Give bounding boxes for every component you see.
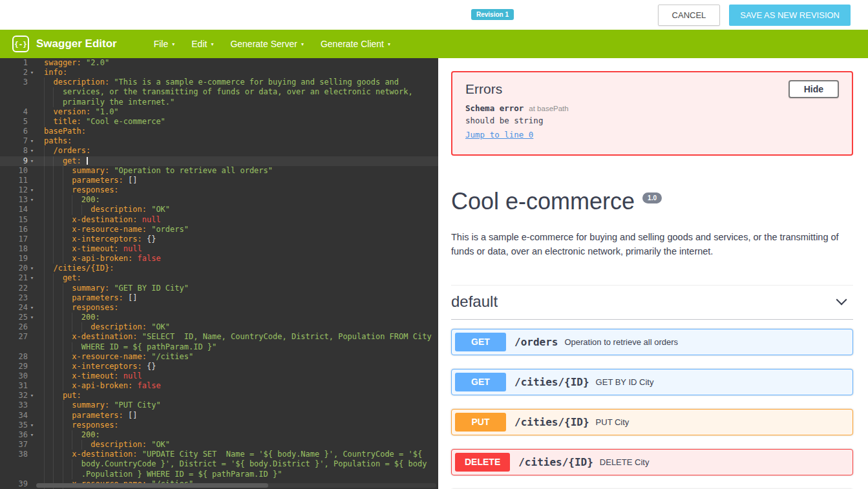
jump-to-line-link[interactable]: Jump to line 0 [465, 130, 533, 140]
save-as-new-revision-button[interactable]: SAVE AS NEW REVISION [729, 5, 851, 26]
editor-line[interactable]: 33summary: "PUT City" [0, 401, 438, 410]
editor-line[interactable]: 13▾200: [0, 195, 438, 205]
editor-line[interactable]: WHERE ID = ${ pathParam.ID }" [0, 342, 438, 352]
code-line: get: [36, 156, 438, 166]
editor-line[interactable]: 28x-resource-name: "/cities" [0, 352, 438, 362]
editor-line[interactable]: primarily the internet." [0, 98, 438, 107]
line-number: 5 [23, 117, 28, 127]
indent-guide [44, 391, 63, 401]
app-header: {-} Swagger Editor File▾Edit▾Generate Se… [0, 30, 868, 58]
editor-line[interactable]: 32▾put: [0, 391, 438, 401]
editor-line[interactable]: 9▾get: [0, 156, 438, 166]
line-number: 32 [19, 391, 28, 401]
editor-line[interactable]: 27x-destination: "SELECT ID, Name, Count… [0, 332, 438, 342]
api-docs-panel[interactable]: Errors Hide Schema errorat basePathshoul… [438, 58, 868, 489]
editor-line[interactable]: 25▾200: [0, 313, 438, 322]
editor-line[interactable]: 23parameters: [] [0, 293, 438, 303]
editor-line[interactable]: 37description: "OK" [0, 440, 438, 450]
editor-line[interactable]: 8▾/orders: [0, 146, 438, 156]
editor-line[interactable]: 1swagger: "2.0" [0, 58, 438, 68]
editor-line[interactable]: .Population } WHERE ID = ${ pathParam.ID… [0, 470, 438, 479]
fold-icon[interactable]: ▾ [28, 273, 36, 283]
fold-icon[interactable]: ▾ [28, 185, 36, 195]
editor-line[interactable]: 16x-resource-name: "orders" [0, 225, 438, 234]
menu-generate-server[interactable]: Generate Server▾ [230, 39, 304, 49]
editor-line[interactable]: 36▾200: [0, 430, 438, 440]
editor-line[interactable]: 11parameters: [] [0, 176, 438, 185]
editor-line[interactable]: 20▾/cities/{ID}: [0, 264, 438, 273]
editor-line[interactable]: 17x-interceptors: {} [0, 234, 438, 244]
editor-line[interactable]: body.CountryCode }', District = '${ body… [0, 459, 438, 469]
menu-edit[interactable]: Edit▾ [191, 39, 213, 49]
fold-icon[interactable]: ▾ [28, 264, 36, 273]
fold-icon[interactable]: ▾ [28, 421, 36, 430]
editor-line[interactable]: 12▾responses: [0, 185, 438, 195]
editor-line[interactable]: 26description: "OK" [0, 322, 438, 332]
code-line: WHERE ID = ${ pathParam.ID }" [36, 342, 438, 352]
code-token: "orders" [151, 225, 189, 234]
editor-line[interactable]: 5title: "Cool e-commerce" [0, 117, 438, 127]
editor-line[interactable]: 18x-timeout: null [0, 244, 438, 254]
code-token: version: [53, 107, 95, 116]
line-number: 3 [23, 78, 28, 87]
indent-guide [44, 117, 53, 127]
editor-line[interactable]: 10summary: "Operation to retrieve all or… [0, 166, 438, 176]
hide-errors-button[interactable]: Hide [789, 80, 839, 98]
fold-icon[interactable]: ▾ [28, 146, 36, 156]
editor-line[interactable]: 6basePath: [0, 127, 438, 136]
editor-line[interactable]: 24▾responses: [0, 303, 438, 313]
editor-line[interactable]: 15x-destination: null [0, 215, 438, 225]
op-path: /cities/{ID} [514, 416, 589, 428]
indent-guide [44, 411, 72, 421]
code-line: x-resource-name: "/cities" [36, 352, 438, 362]
editor-line[interactable]: 21▾get: [0, 273, 438, 283]
fold-icon[interactable]: ▾ [28, 195, 36, 205]
opblock-delete-cities-id[interactable]: DELETE/cities/{ID}DELETE City [451, 449, 853, 475]
opblock-get-cities-id[interactable]: GET/cities/{ID}GET BY ID City [451, 369, 853, 395]
editor-line[interactable]: 35▾responses: [0, 421, 438, 430]
chevron-down-icon[interactable] [836, 294, 847, 305]
editor-line[interactable]: 3description: "This is a sample e-commer… [0, 78, 438, 87]
menu-label: Generate Client [321, 39, 384, 49]
editor-line[interactable]: 22summary: "GET BY ID City" [0, 284, 438, 293]
scrollbar-thumb[interactable] [36, 483, 268, 488]
menu-generate-client[interactable]: Generate Client▾ [321, 39, 390, 49]
gutter-cell: 17 [0, 234, 36, 244]
line-number: 24 [19, 303, 28, 313]
topbar: Revision 1 CANCEL SAVE AS NEW REVISION [0, 0, 868, 30]
code-line: services, or the transmitting of funds o… [36, 87, 438, 97]
fold-icon[interactable]: ▾ [28, 303, 36, 313]
indent-guide [44, 195, 81, 205]
editor-line[interactable]: 29x-interceptors: {} [0, 362, 438, 371]
cancel-button[interactable]: CANCEL [658, 5, 721, 26]
gutter-cell: 24▾ [0, 303, 36, 313]
fold-icon[interactable]: ▾ [28, 68, 36, 78]
editor-line[interactable]: 14description: "OK" [0, 205, 438, 214]
editor-line[interactable]: 34parameters: [] [0, 411, 438, 421]
code-editor[interactable]: 1swagger: "2.0"2▾info:3description: "Thi… [0, 58, 438, 489]
opblock-get-orders[interactable]: GET/ordersOperation to retrieve all orde… [451, 329, 853, 355]
indent-guide [44, 205, 90, 214]
editor-horizontal-scrollbar[interactable] [36, 483, 436, 488]
editor-line[interactable]: 2▾info: [0, 68, 438, 78]
editor-line[interactable]: 19x-api-broken: false [0, 254, 438, 264]
fold-icon[interactable]: ▾ [28, 391, 36, 401]
editor-line[interactable]: 31x-api-broken: false [0, 381, 438, 391]
menu-file[interactable]: File▾ [154, 39, 175, 49]
fold-icon[interactable]: ▾ [28, 313, 36, 322]
code-line: description: "OK" [36, 322, 438, 332]
fold-icon[interactable]: ▾ [28, 136, 36, 146]
editor-line[interactable]: services, or the transmitting of funds o… [0, 87, 438, 97]
editor-line[interactable]: 30x-timeout: null [0, 371, 438, 381]
fold-icon[interactable]: ▾ [28, 430, 36, 440]
editor-line[interactable]: 38x-destination: "UPDATE City SET Name =… [0, 450, 438, 459]
editor-line[interactable]: 7▾paths: [0, 136, 438, 146]
fold-icon[interactable]: ▾ [28, 156, 36, 166]
line-number: 4 [23, 107, 28, 117]
gutter-cell: 36▾ [0, 430, 36, 440]
tag-section-header[interactable]: default [451, 285, 853, 320]
editor-line[interactable]: 4version: "1.0" [0, 107, 438, 117]
code-token: responses: [72, 185, 118, 194]
opblock-put-cities-id[interactable]: PUT/cities/{ID}PUT City [451, 409, 853, 435]
api-title: Cool e-commerce1.0 [451, 188, 853, 215]
